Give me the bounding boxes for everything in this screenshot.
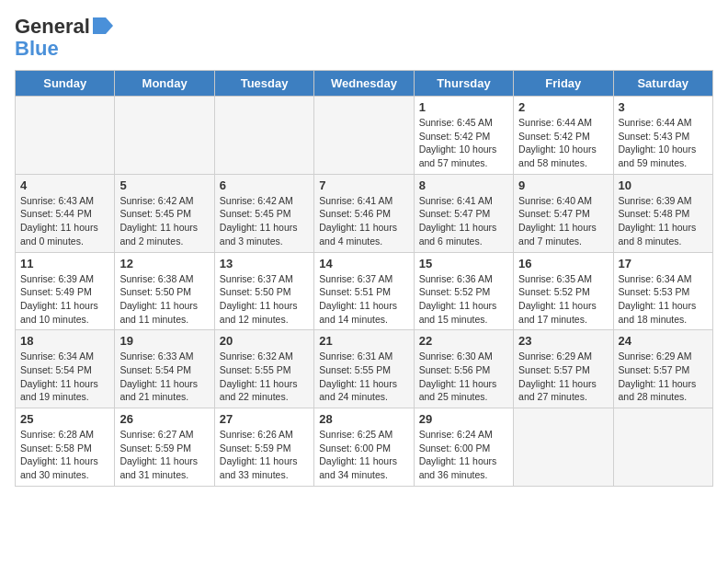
day-info: Sunrise: 6:41 AM Sunset: 5:46 PM Dayligh… (319, 194, 408, 248)
calendar-cell: 3Sunrise: 6:44 AM Sunset: 5:43 PM Daylig… (613, 97, 712, 175)
day-info: Sunrise: 6:34 AM Sunset: 5:54 PM Dayligh… (20, 350, 109, 404)
calendar-week-row: 4Sunrise: 6:43 AM Sunset: 5:44 PM Daylig… (16, 174, 713, 252)
day-info: Sunrise: 6:39 AM Sunset: 5:49 PM Dayligh… (20, 272, 109, 327)
calendar-cell: 11Sunrise: 6:39 AM Sunset: 5:49 PM Dayli… (16, 252, 115, 330)
day-number: 22 (419, 334, 508, 348)
day-number: 5 (119, 178, 209, 192)
logo-general-text: General (15, 15, 90, 39)
calendar-table: SundayMondayTuesdayWednesdayThursdayFrid… (15, 70, 713, 487)
day-info: Sunrise: 6:45 AM Sunset: 5:42 PM Dayligh… (419, 116, 508, 170)
day-info: Sunrise: 6:38 AM Sunset: 5:50 PM Dayligh… (119, 272, 209, 327)
day-number: 23 (518, 334, 608, 348)
day-number: 29 (419, 412, 508, 426)
calendar-cell: 24Sunrise: 6:29 AM Sunset: 5:57 PM Dayli… (613, 330, 712, 408)
calendar-cell: 19Sunrise: 6:33 AM Sunset: 5:54 PM Dayli… (115, 330, 214, 408)
day-info: Sunrise: 6:33 AM Sunset: 5:54 PM Dayligh… (119, 350, 209, 404)
day-number: 27 (220, 412, 309, 426)
calendar-cell (16, 97, 115, 175)
calendar-cell (613, 408, 712, 487)
calendar-cell: 16Sunrise: 6:35 AM Sunset: 5:52 PM Dayli… (514, 252, 613, 330)
day-info: Sunrise: 6:29 AM Sunset: 5:57 PM Dayligh… (518, 350, 608, 404)
svg-marker-0 (93, 17, 113, 34)
day-info: Sunrise: 6:27 AM Sunset: 5:59 PM Dayligh… (119, 428, 209, 482)
day-number: 21 (319, 334, 408, 348)
calendar-cell: 26Sunrise: 6:27 AM Sunset: 5:59 PM Dayli… (115, 408, 214, 487)
calendar-cell: 23Sunrise: 6:29 AM Sunset: 5:57 PM Dayli… (514, 330, 613, 408)
day-header-saturday: Saturday (613, 71, 712, 97)
day-info: Sunrise: 6:34 AM Sunset: 5:53 PM Dayligh… (619, 272, 708, 327)
day-info: Sunrise: 6:31 AM Sunset: 5:55 PM Dayligh… (319, 350, 408, 404)
calendar-cell: 6Sunrise: 6:42 AM Sunset: 5:45 PM Daylig… (214, 174, 313, 252)
day-info: Sunrise: 6:37 AM Sunset: 5:50 PM Dayligh… (220, 272, 309, 327)
logo-arrow-icon (93, 17, 113, 38)
day-number: 28 (319, 412, 408, 426)
calendar-cell (314, 97, 414, 175)
calendar-cell: 4Sunrise: 6:43 AM Sunset: 5:44 PM Daylig… (16, 174, 115, 252)
day-number: 2 (518, 100, 608, 114)
calendar-week-row: 18Sunrise: 6:34 AM Sunset: 5:54 PM Dayli… (16, 330, 713, 408)
calendar-cell: 22Sunrise: 6:30 AM Sunset: 5:56 PM Dayli… (414, 330, 513, 408)
day-info: Sunrise: 6:36 AM Sunset: 5:52 PM Dayligh… (419, 272, 508, 327)
day-info: Sunrise: 6:35 AM Sunset: 5:52 PM Dayligh… (518, 272, 608, 327)
day-number: 25 (20, 412, 109, 426)
day-info: Sunrise: 6:32 AM Sunset: 5:55 PM Dayligh… (220, 350, 309, 404)
calendar-cell: 7Sunrise: 6:41 AM Sunset: 5:46 PM Daylig… (314, 174, 414, 252)
calendar-cell (514, 408, 613, 487)
day-number: 10 (619, 178, 708, 192)
calendar-cell (214, 97, 313, 175)
day-header-thursday: Thursday (414, 71, 513, 97)
calendar-cell: 17Sunrise: 6:34 AM Sunset: 5:53 PM Dayli… (613, 252, 712, 330)
logo-blue-text: Blue (15, 37, 59, 61)
calendar-cell: 8Sunrise: 6:41 AM Sunset: 5:47 PM Daylig… (414, 174, 513, 252)
calendar-cell: 27Sunrise: 6:26 AM Sunset: 5:59 PM Dayli… (214, 408, 313, 487)
calendar-cell: 28Sunrise: 6:25 AM Sunset: 6:00 PM Dayli… (314, 408, 414, 487)
day-number: 6 (220, 178, 309, 192)
day-info: Sunrise: 6:44 AM Sunset: 5:42 PM Dayligh… (518, 116, 608, 170)
day-info: Sunrise: 6:24 AM Sunset: 6:00 PM Dayligh… (419, 428, 508, 482)
day-number: 20 (220, 334, 309, 348)
calendar-cell: 2Sunrise: 6:44 AM Sunset: 5:42 PM Daylig… (514, 97, 613, 175)
day-number: 8 (419, 178, 508, 192)
day-number: 9 (518, 178, 608, 192)
day-info: Sunrise: 6:25 AM Sunset: 6:00 PM Dayligh… (319, 428, 408, 482)
day-info: Sunrise: 6:43 AM Sunset: 5:44 PM Dayligh… (20, 194, 109, 248)
calendar-cell: 21Sunrise: 6:31 AM Sunset: 5:55 PM Dayli… (314, 330, 414, 408)
day-number: 7 (319, 178, 408, 192)
day-number: 19 (119, 334, 209, 348)
day-number: 11 (20, 257, 109, 270)
day-number: 24 (619, 334, 708, 348)
day-info: Sunrise: 6:44 AM Sunset: 5:43 PM Dayligh… (619, 116, 708, 170)
calendar-cell (115, 97, 214, 175)
day-header-wednesday: Wednesday (314, 71, 414, 97)
day-info: Sunrise: 6:26 AM Sunset: 5:59 PM Dayligh… (220, 428, 309, 482)
calendar-cell: 20Sunrise: 6:32 AM Sunset: 5:55 PM Dayli… (214, 330, 313, 408)
day-number: 4 (20, 178, 109, 192)
day-info: Sunrise: 6:30 AM Sunset: 5:56 PM Dayligh… (419, 350, 508, 404)
day-header-friday: Friday (514, 71, 613, 97)
day-number: 12 (119, 257, 209, 270)
day-header-tuesday: Tuesday (214, 71, 313, 97)
calendar-week-row: 1Sunrise: 6:45 AM Sunset: 5:42 PM Daylig… (16, 97, 713, 175)
day-number: 17 (619, 257, 708, 270)
day-number: 18 (20, 334, 109, 348)
calendar-cell: 15Sunrise: 6:36 AM Sunset: 5:52 PM Dayli… (414, 252, 513, 330)
day-number: 13 (220, 257, 309, 270)
day-number: 1 (419, 100, 508, 114)
day-info: Sunrise: 6:29 AM Sunset: 5:57 PM Dayligh… (619, 350, 708, 404)
calendar-cell: 29Sunrise: 6:24 AM Sunset: 6:00 PM Dayli… (414, 408, 513, 487)
calendar-cell: 12Sunrise: 6:38 AM Sunset: 5:50 PM Dayli… (115, 252, 214, 330)
calendar-cell: 25Sunrise: 6:28 AM Sunset: 5:58 PM Dayli… (16, 408, 115, 487)
day-info: Sunrise: 6:28 AM Sunset: 5:58 PM Dayligh… (20, 428, 109, 482)
day-number: 14 (319, 257, 408, 270)
calendar-week-row: 11Sunrise: 6:39 AM Sunset: 5:49 PM Dayli… (16, 252, 713, 330)
day-header-monday: Monday (115, 71, 214, 97)
calendar-week-row: 25Sunrise: 6:28 AM Sunset: 5:58 PM Dayli… (16, 408, 713, 487)
day-number: 16 (518, 257, 608, 270)
day-info: Sunrise: 6:41 AM Sunset: 5:47 PM Dayligh… (419, 194, 508, 248)
header: General Blue (15, 15, 713, 61)
day-header-sunday: Sunday (16, 71, 115, 97)
calendar-header-row: SundayMondayTuesdayWednesdayThursdayFrid… (16, 71, 713, 97)
calendar-cell: 9Sunrise: 6:40 AM Sunset: 5:47 PM Daylig… (514, 174, 613, 252)
day-info: Sunrise: 6:39 AM Sunset: 5:48 PM Dayligh… (619, 194, 708, 248)
calendar-cell: 5Sunrise: 6:42 AM Sunset: 5:45 PM Daylig… (115, 174, 214, 252)
